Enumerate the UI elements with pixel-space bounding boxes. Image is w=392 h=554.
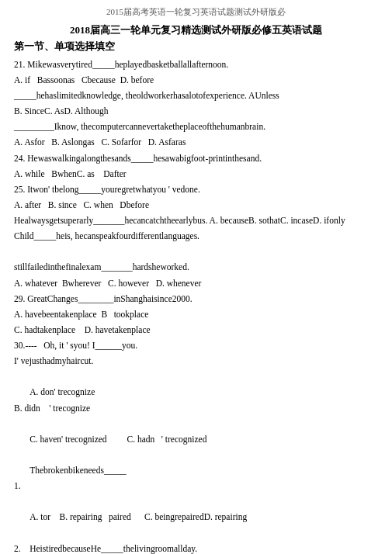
top-title: 2015届高考英语一轮复习英语试题测试外研版必 (14, 6, 378, 18)
section-title: 第一节、单项选择填空 (14, 40, 378, 54)
page-container: 2015届高考英语一轮复习英语试题测试外研版必 2018届高三一轮单元复习精选测… (0, 0, 392, 554)
content-block: 21. Mikewasverytired_____heplayedbasketb… (14, 57, 378, 554)
main-title: 2018届高三一轮单元复习精选测试外研版必修五英语试题 (14, 23, 378, 39)
